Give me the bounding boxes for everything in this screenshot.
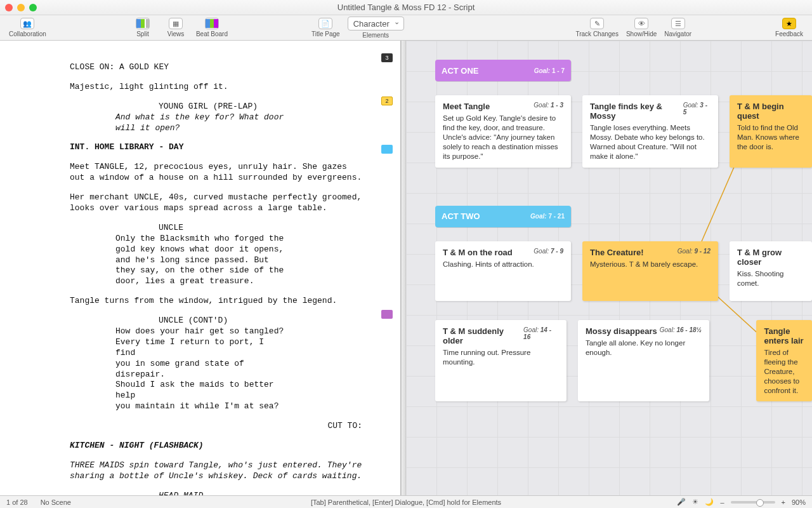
editor-pane: CLOSE ON: A GOLD KEY Majestic, light gli… <box>0 41 401 495</box>
zoom-slider[interactable] <box>731 501 775 504</box>
list-icon: ☰ <box>671 18 685 29</box>
beat-card[interactable]: Meet TangleGoal: 1 - 3 Set up Gold Key. … <box>435 95 571 168</box>
close-icon[interactable] <box>5 4 13 11</box>
window-title: Untitled Tangle & Moss FD 12 - Script <box>337 3 475 12</box>
beat-board[interactable]: ACT ONE Goal: 1 - 7 Meet TangleGoal: 1 -… <box>406 41 812 495</box>
main: CLOSE ON: A GOLD KEY Majestic, light gli… <box>0 41 812 495</box>
track-icon: ✎ <box>590 18 604 29</box>
note-marker[interactable]: 2 <box>381 97 393 105</box>
split-button[interactable]: Split <box>130 18 155 37</box>
beatboard-button[interactable]: Beat Board <box>196 18 228 37</box>
minimize-icon[interactable] <box>17 4 25 11</box>
script-editor[interactable]: CLOSE ON: A GOLD KEY Majestic, light gli… <box>0 41 400 495</box>
window-controls <box>5 4 37 11</box>
beat-card[interactable]: T & M grow closer Kiss. Shooting comet. <box>730 241 812 301</box>
page-indicator[interactable]: 1 of 28 <box>6 498 28 506</box>
track-changes-button[interactable]: ✎ Track Changes <box>575 18 618 37</box>
act-header-2[interactable]: ACT TWO Goal: 7 - 21 <box>435 206 571 227</box>
beat-card[interactable]: T & M on the roadGoal: 7 - 9 Clashing. H… <box>435 241 571 301</box>
beat-card[interactable]: Tangle finds key & MossyGoal: 3 - 5 Tang… <box>582 95 718 168</box>
act-header-1[interactable]: ACT ONE Goal: 1 - 7 <box>435 60 571 81</box>
split-icon <box>136 18 150 29</box>
people-icon: 👥 <box>20 18 34 29</box>
views-icon: ▦ <box>169 18 183 29</box>
showhide-button[interactable]: 👁 Show/Hide <box>626 18 657 37</box>
splitter[interactable] <box>401 41 406 495</box>
page-icon: 📄 <box>318 18 332 29</box>
elements-hint: [Tab] Parenthetical, [Enter] Dialogue, [… <box>311 498 501 506</box>
beatboard-icon <box>205 18 219 29</box>
eye-icon: 👁 <box>634 18 648 29</box>
element-dropdown[interactable]: Character <box>348 17 404 30</box>
note-marker[interactable] <box>381 310 393 319</box>
note-marker[interactable]: 3 <box>381 53 393 62</box>
zoom-out-icon[interactable]: – <box>720 498 724 506</box>
navigator-button[interactable]: ☰ Navigator <box>664 18 691 37</box>
beat-card[interactable]: The Creature!Goal: 9 - 12 Mysterious. T … <box>582 241 718 301</box>
beat-card[interactable]: T & M begin quest Told to find the Old M… <box>730 95 812 168</box>
views-button[interactable]: ▦ Views <box>163 18 188 37</box>
note-marker[interactable] <box>381 145 393 154</box>
maximize-icon[interactable] <box>29 4 37 11</box>
moon-icon[interactable]: 🌙 <box>705 498 714 506</box>
beat-card[interactable]: Mossy disappearsGoal: 16 - 18½ Tangle al… <box>578 320 709 402</box>
beat-card[interactable]: T & M suddenly olderGoal: 14 - 16 Time r… <box>435 320 566 402</box>
titlebar: Untitled Tangle & Moss FD 12 - Script <box>0 0 812 15</box>
feedback-button[interactable]: ★ Feedback <box>775 18 803 37</box>
beat-card[interactable]: Tangle enters lair Tired of fleeing the … <box>756 320 812 402</box>
margin-notes: 3 2 <box>381 53 395 319</box>
zoom-value: 90% <box>792 498 806 506</box>
sun-icon[interactable]: ☀ <box>692 498 698 506</box>
titlepage-button[interactable]: 📄 Title Page <box>311 18 340 37</box>
toolbar: 👥 Collaboration Split ▦ Views Beat Board… <box>0 15 812 41</box>
mic-icon[interactable]: 🎤 <box>677 498 686 506</box>
zoom-in-icon[interactable]: + <box>782 498 785 506</box>
star-icon: ★ <box>782 18 796 29</box>
scene-indicator[interactable]: No Scene <box>41 498 71 506</box>
statusbar: 1 of 28 No Scene [Tab] Parenthetical, [E… <box>0 495 812 508</box>
collaboration-button[interactable]: 👥 Collaboration <box>9 18 46 37</box>
